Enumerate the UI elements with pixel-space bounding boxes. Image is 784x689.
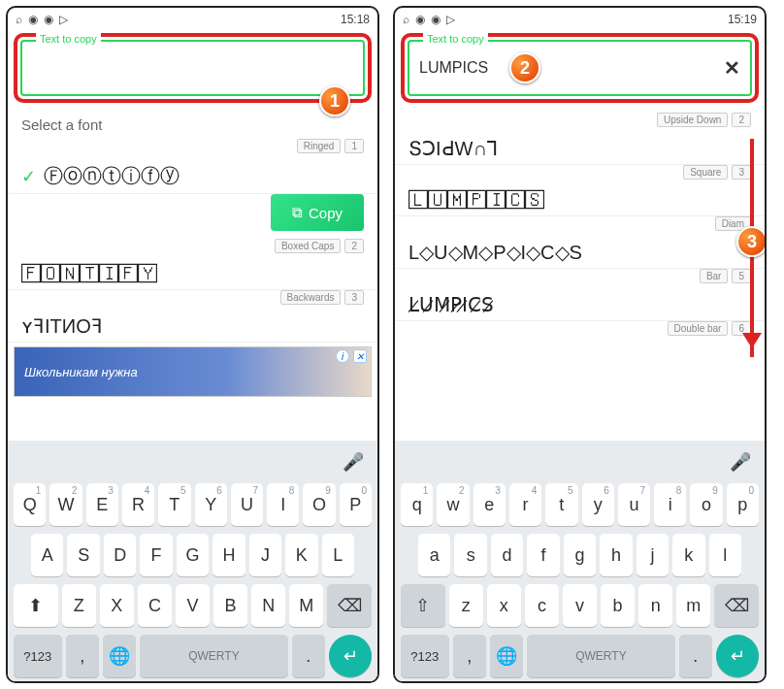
key-o[interactable]: o9 bbox=[690, 483, 722, 526]
keyboard: 🎤 q1 w2 e3 r4 t5 y6 u7 i8 o9 p0 a s d f … bbox=[395, 441, 765, 681]
search-icon: ⌕ bbox=[16, 13, 22, 26]
key-w[interactable]: w2 bbox=[437, 483, 469, 526]
period-key[interactable]: . bbox=[679, 635, 712, 677]
suggestion-bar: 🎤 bbox=[395, 444, 765, 479]
space-key[interactable]: QWERTY bbox=[140, 635, 288, 677]
key-q[interactable]: q1 bbox=[401, 483, 433, 526]
key-j[interactable]: j bbox=[637, 534, 669, 576]
clock: 15:18 bbox=[341, 13, 370, 26]
globe-key[interactable]: 🌐 bbox=[490, 635, 523, 677]
key-t[interactable]: T5 bbox=[158, 483, 190, 526]
key-l[interactable]: L bbox=[322, 534, 354, 576]
key-u[interactable]: U7 bbox=[231, 483, 263, 526]
ad-close-icon[interactable]: ✕ bbox=[353, 349, 367, 363]
font-chip: Bar bbox=[700, 269, 729, 283]
key-y[interactable]: y6 bbox=[582, 483, 614, 526]
globe-key[interactable]: 🌐 bbox=[103, 635, 136, 677]
key-n[interactable]: n bbox=[638, 584, 672, 627]
clear-icon[interactable]: ✕ bbox=[724, 56, 740, 80]
check-icon: ✓ bbox=[21, 166, 36, 187]
space-key[interactable]: QWERTY bbox=[527, 635, 675, 677]
search-icon: ⌕ bbox=[403, 13, 409, 26]
key-j[interactable]: J bbox=[249, 534, 281, 576]
key-c[interactable]: c bbox=[525, 584, 559, 627]
key-s[interactable]: S bbox=[67, 534, 99, 576]
key-r[interactable]: R4 bbox=[122, 483, 154, 526]
enter-key[interactable]: ↵ bbox=[716, 635, 759, 677]
symbols-key[interactable]: ?123 bbox=[401, 635, 449, 677]
key-x[interactable]: x bbox=[487, 584, 521, 627]
more-icon[interactable]: ⋮ bbox=[370, 57, 379, 79]
backspace-key[interactable]: ⌫ bbox=[327, 584, 372, 627]
font-item[interactable]: L̷U̷M̷P̷I̷C̷S̷ bbox=[395, 283, 765, 321]
font-chip: Ringed bbox=[297, 139, 342, 153]
shift-key[interactable]: ⇧ bbox=[401, 584, 445, 627]
font-item[interactable]: ՏϽIԀW∩⅂ bbox=[395, 127, 765, 165]
key-row-3: ⬆ Z X C V B N M ⌫ bbox=[8, 580, 377, 631]
enter-key[interactable]: ↵ bbox=[329, 635, 372, 677]
key-f[interactable]: f bbox=[527, 534, 559, 576]
shift-key[interactable]: ⬆ bbox=[14, 584, 58, 627]
font-item[interactable]: L◇U◇M◇P◇I◇C◇S bbox=[395, 231, 765, 269]
key-b[interactable]: b bbox=[601, 584, 635, 627]
key-f[interactable]: F bbox=[140, 534, 172, 576]
key-y[interactable]: Y6 bbox=[195, 483, 227, 526]
ad-info-icon[interactable]: i bbox=[336, 349, 349, 363]
text-input[interactable]: Text to copy LUMPICS ✕ bbox=[408, 40, 752, 96]
key-x[interactable]: X bbox=[100, 584, 134, 627]
key-g[interactable]: g bbox=[564, 534, 596, 576]
key-t[interactable]: t5 bbox=[545, 483, 577, 526]
key-v[interactable]: V bbox=[176, 584, 210, 627]
key-p[interactable]: P0 bbox=[340, 483, 372, 526]
key-c[interactable]: C bbox=[138, 584, 172, 627]
key-d[interactable]: D bbox=[104, 534, 136, 576]
font-chip-num: 1 bbox=[344, 139, 364, 153]
period-key[interactable]: . bbox=[292, 635, 325, 677]
symbols-key[interactable]: ?123 bbox=[14, 635, 62, 677]
font-item[interactable]: ✓ Ⓕⓞⓝⓣⓘⓕⓨ bbox=[8, 153, 377, 194]
viber-icon: ◉ bbox=[28, 13, 38, 26]
key-row-1: q1 w2 e3 r4 t5 y6 u7 i8 o9 p0 bbox=[395, 479, 765, 530]
font-chip-num: 2 bbox=[344, 239, 364, 253]
key-s[interactable]: s bbox=[454, 534, 486, 576]
ad-banner[interactable]: Школьникам нужна i ✕ bbox=[14, 346, 372, 397]
key-w[interactable]: W2 bbox=[49, 483, 82, 526]
mic-icon[interactable]: 🎤 bbox=[343, 451, 364, 473]
copy-button[interactable]: ⧉ Copy bbox=[271, 194, 364, 231]
comma-key[interactable]: , bbox=[66, 635, 99, 677]
status-bar: ⌕ ◉ ◉ ▷ 15:19 bbox=[395, 8, 765, 31]
font-item[interactable]: ʏꟻITИOꟻ bbox=[8, 305, 377, 343]
mic-icon[interactable]: 🎤 bbox=[730, 451, 751, 473]
font-item[interactable]: 🄻🅄🄼🄿🄸🄲🅂 bbox=[395, 180, 765, 216]
key-z[interactable]: Z bbox=[62, 584, 96, 627]
more-icon[interactable]: ⋮ bbox=[757, 57, 767, 79]
key-v[interactable]: v bbox=[563, 584, 597, 627]
key-z[interactable]: z bbox=[449, 584, 483, 627]
font-item[interactable]: 🄵🄾🄽🅃🄸🄵🅈 bbox=[8, 253, 377, 290]
key-p[interactable]: p0 bbox=[727, 483, 759, 526]
key-b[interactable]: B bbox=[213, 584, 247, 627]
key-i[interactable]: I8 bbox=[267, 483, 299, 526]
key-r[interactable]: r4 bbox=[509, 483, 541, 526]
key-i[interactable]: i8 bbox=[654, 483, 686, 526]
key-k[interactable]: k bbox=[672, 534, 704, 576]
key-d[interactable]: d bbox=[491, 534, 523, 576]
key-g[interactable]: G bbox=[177, 534, 209, 576]
key-l[interactable]: l bbox=[709, 534, 741, 576]
key-a[interactable]: a bbox=[418, 534, 450, 576]
text-input[interactable]: Text to copy bbox=[20, 40, 365, 96]
key-e[interactable]: E3 bbox=[86, 483, 118, 526]
key-m[interactable]: m bbox=[676, 584, 710, 627]
key-m[interactable]: M bbox=[289, 584, 323, 627]
key-n[interactable]: N bbox=[251, 584, 285, 627]
key-u[interactable]: u7 bbox=[618, 483, 650, 526]
key-h[interactable]: H bbox=[212, 534, 245, 576]
comma-key[interactable]: , bbox=[453, 635, 486, 677]
key-h[interactable]: h bbox=[600, 534, 632, 576]
key-e[interactable]: e3 bbox=[474, 483, 506, 526]
key-o[interactable]: O9 bbox=[303, 483, 335, 526]
key-q[interactable]: Q1 bbox=[14, 483, 46, 526]
key-a[interactable]: A bbox=[31, 534, 63, 576]
key-k[interactable]: K bbox=[285, 534, 317, 576]
backspace-key[interactable]: ⌫ bbox=[714, 584, 759, 627]
